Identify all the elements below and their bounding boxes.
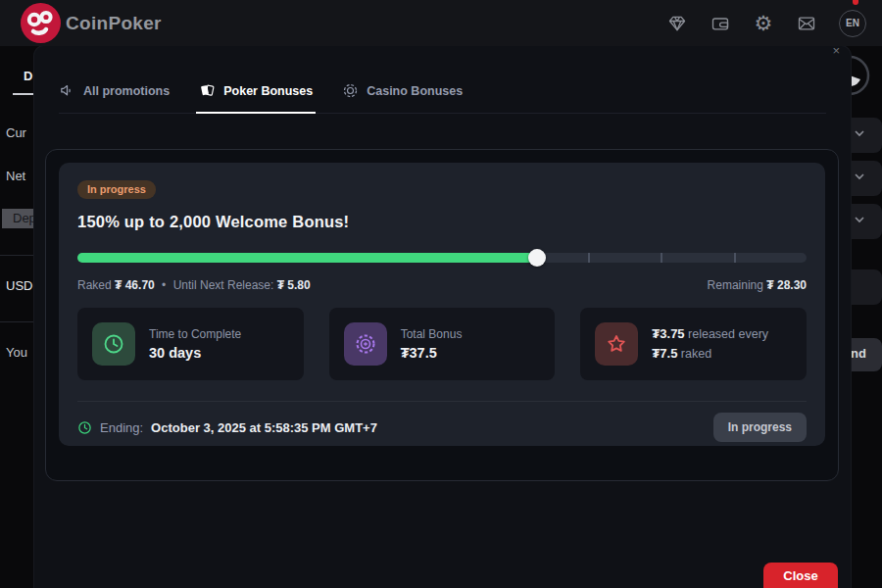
raked-stats: Raked ₮ 46.70 • Until Next Release: ₮ 5.… (77, 278, 311, 292)
bonus-tiles: Time to Complete 30 days (77, 308, 807, 380)
release-line-2: ₮7.5 raked (652, 344, 768, 364)
chevron-down-icon (855, 128, 864, 138)
remaining-stats: Remaining ₮ 28.30 (708, 278, 807, 292)
chevron-down-icon (855, 215, 864, 224)
casino-chip-icon (342, 82, 359, 99)
bonus-card-outer: In progress 150% up to 2,000 Welcome Bon… (45, 149, 839, 481)
tile-label: Time to Complete (149, 327, 241, 341)
progress-bar (77, 249, 807, 267)
bg-deposit-tab[interactable]: D (24, 69, 32, 83)
tab-poker-bonuses[interactable]: Poker Bonuses (199, 82, 313, 113)
megaphone-icon (59, 82, 75, 99)
bonus-card: In progress 150% up to 2,000 Welcome Bon… (59, 163, 825, 446)
card-divider (77, 401, 807, 402)
close-button[interactable]: Close (763, 563, 838, 588)
bg-you-label: You (6, 345, 27, 360)
status-badge: In progress (77, 180, 156, 199)
clock-icon (92, 322, 135, 366)
progress-fill (77, 253, 537, 263)
bonus-title: 150% up to 2,000 Welcome Bonus! (77, 213, 807, 231)
ending-value: October 3, 2025 at 5:58:35 PM GMT+7 (151, 420, 377, 435)
tile-label: Total Bonus (401, 327, 463, 341)
app-window: D Cur Net Dep USD You nd Coi (0, 0, 882, 588)
progress-tick (661, 253, 662, 263)
tab-label: All promotions (83, 84, 170, 98)
language-button[interactable]: EN (839, 10, 866, 37)
tab-label: Casino Bonuses (367, 84, 463, 98)
chevron-down-icon (855, 172, 864, 181)
release-rate-tile: ₮3.75 released every ₮7.5 raked (580, 308, 807, 380)
tile-value: ₮37.5 (401, 345, 463, 361)
top-icons: ⚙ EN (666, 0, 866, 46)
progress-tick (588, 253, 590, 263)
release-line-1: ₮3.75 released every (652, 324, 768, 344)
wallet-icon[interactable] (710, 13, 731, 34)
tile-value: 30 days (149, 345, 241, 361)
bg-currency-label: Cur (6, 125, 26, 140)
cards-icon (199, 82, 216, 99)
poker-chip-icon (344, 322, 387, 366)
star-icon (595, 322, 638, 366)
tab-all-promotions[interactable]: All promotions (59, 82, 170, 113)
progress-tick (734, 253, 736, 263)
progress-track (77, 253, 807, 263)
top-bar: CoinPoker ⚙ EN (0, 0, 882, 46)
brand-name: CoinPoker (66, 13, 162, 34)
mail-icon[interactable] (796, 13, 817, 34)
coinpoker-logo[interactable] (21, 3, 61, 43)
progress-knob[interactable] (528, 249, 546, 267)
promotions-modal: × All promotions Poker Bonuses (34, 46, 851, 588)
total-bonus-tile: Total Bonus ₮37.5 (329, 308, 556, 380)
settings-gear-icon[interactable]: ⚙ (753, 13, 774, 34)
tab-casino-bonuses[interactable]: Casino Bonuses (342, 82, 463, 113)
promotions-tabs: All promotions Poker Bonuses Casino Bonu… (59, 82, 826, 114)
progress-stats: Raked ₮ 46.70 • Until Next Release: ₮ 5.… (77, 278, 807, 292)
in-progress-button[interactable]: In progress (713, 413, 807, 442)
clock-icon (77, 420, 92, 435)
bg-usd-label: USD (6, 278, 32, 293)
time-to-complete-tile: Time to Complete 30 days (77, 308, 304, 380)
tab-label: Poker Bonuses (223, 84, 313, 98)
card-footer: Ending: October 3, 2025 at 5:58:35 PM GM… (77, 413, 807, 442)
ending-info: Ending: October 3, 2025 at 5:58:35 PM GM… (77, 420, 377, 435)
gem-icon[interactable] (666, 13, 688, 34)
bg-network-label: Net (6, 169, 25, 183)
ending-label: Ending: (100, 420, 143, 435)
